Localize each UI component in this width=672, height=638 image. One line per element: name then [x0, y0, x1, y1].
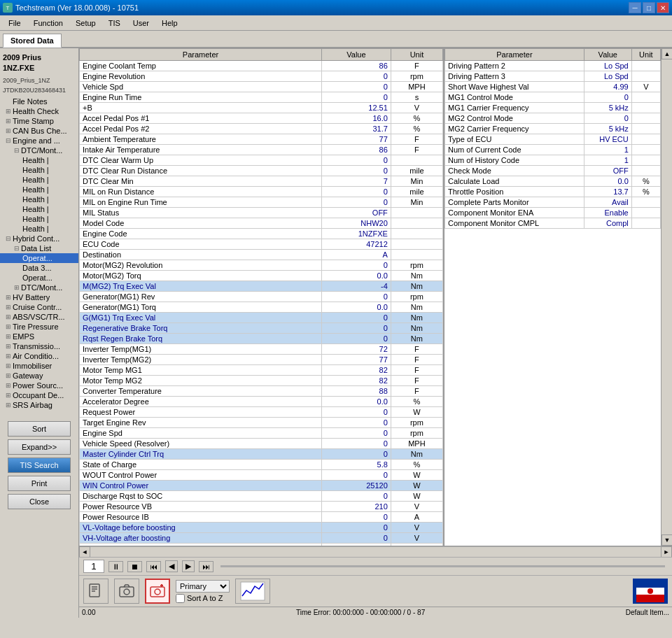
expand-icon: ⊟ [14, 245, 20, 252]
sidebar-item-data3[interactable]: Data 3... [0, 263, 78, 273]
sort-button[interactable]: Sort [8, 421, 71, 437]
sidebar-item-health-5[interactable]: Health | [0, 194, 78, 204]
value-cell: 0 [322, 491, 391, 502]
sidebar-item-health-2[interactable]: Health | [0, 165, 78, 175]
menu-function[interactable]: Function [28, 17, 69, 29]
value-cell: 0 [584, 113, 631, 124]
sidebar-item-engine[interactable]: ⊟ Engine and ... [0, 136, 78, 146]
sidebar-label: Engine and ... [13, 136, 60, 145]
value-cell: 0 [322, 82, 391, 92]
unit-cell: F [391, 145, 442, 155]
sidebar-item-occupant[interactable]: ⊞ Occupant De... [0, 390, 78, 400]
menu-tis[interactable]: TIS [103, 17, 126, 29]
sidebar-item-air-cond[interactable]: ⊞ Air Conditio... [0, 351, 78, 361]
chart-icon-button[interactable] [235, 579, 270, 604]
sidebar-item-abs[interactable]: ⊞ ABS/VSC/TR... [0, 312, 78, 322]
svg-point-15 [648, 588, 653, 594]
sort-primary-select[interactable]: Primary Secondary [176, 580, 230, 593]
table-row: Accelerator Degree0.0% [80, 397, 443, 407]
play-pause-button[interactable]: ⏸ [108, 561, 123, 572]
playback-slider[interactable] [220, 565, 665, 567]
camera-icon-button[interactable] [114, 579, 139, 604]
maximize-button[interactable]: □ [643, 2, 655, 13]
sidebar-item-health-4[interactable]: Health | [0, 185, 78, 194]
sidebar-item-data-list[interactable]: ⊟ Data List [0, 243, 78, 253]
sidebar-item-dtc-1[interactable]: ⊟ DTC/Mont... [0, 146, 78, 155]
menu-user[interactable]: User [127, 17, 155, 29]
menu-file[interactable]: File [3, 17, 27, 29]
unit-cell: W [391, 470, 442, 481]
tis-search-button[interactable]: TIS Search [8, 458, 71, 473]
sidebar-item-immobiliser[interactable]: ⊞ Immobiliser [0, 361, 78, 371]
value-cell: Lo Spd [584, 61, 631, 71]
frame-back-button[interactable]: ⏮ [146, 561, 161, 572]
unit-cell: rpm [391, 71, 442, 82]
stop-button[interactable]: ⏹ [127, 561, 142, 572]
h-scroll-track[interactable] [90, 546, 661, 557]
expand-button[interactable]: Expand>> [8, 439, 71, 455]
close-button[interactable]: Close [8, 494, 71, 509]
minimize-button[interactable]: ─ [629, 2, 641, 13]
param-cell: MG1 Carrier Frequency [445, 103, 584, 113]
table-row: Intake Air Temperature86F [80, 145, 443, 155]
sidebar-item-emps[interactable]: ⊞ EMPS [0, 332, 78, 341]
close-window-button[interactable]: ✕ [657, 2, 669, 13]
print-button[interactable]: Print [8, 476, 71, 491]
sidebar-item-transmission[interactable]: ⊞ Transmissio... [0, 341, 78, 351]
value-cell: -4 [322, 281, 391, 292]
sidebar-item-health-7[interactable]: Health | [0, 214, 78, 224]
sidebar-item-time-stamp[interactable]: ⊞ Time Stamp [0, 116, 78, 126]
table-row: Vehicle Speed (Resolver)0MPH [80, 439, 443, 449]
sidebar-item-can-bus[interactable]: ⊞ CAN Bus Che... [0, 126, 78, 136]
frame-prev-button[interactable]: ◀ [165, 560, 178, 572]
document-icon-button[interactable] [83, 579, 108, 604]
sidebar-item-health-6[interactable]: Health | [0, 204, 78, 214]
frame-end-button[interactable]: ⏭ [199, 561, 214, 572]
frame-next-button[interactable]: ▶ [182, 560, 195, 572]
unit-cell: Min [391, 197, 442, 208]
sidebar-item-health-1[interactable]: Health | [0, 155, 78, 165]
table-row: Power Resource VB210V [80, 502, 443, 512]
sidebar-item-health-3[interactable]: Health | [0, 175, 78, 185]
frame-number-input[interactable] [83, 560, 104, 573]
sidebar-item-tire[interactable]: ⊞ Tire Pressure [0, 322, 78, 332]
scroll-left-button[interactable]: ◄ [79, 546, 90, 558]
vertical-scrollbar[interactable]: ▲ ▼ [661, 48, 672, 546]
unit-cell: mile [391, 166, 442, 176]
flag-icon-area[interactable] [633, 579, 668, 604]
value-cell: 12.51 [322, 103, 391, 113]
unit-cell: % [391, 124, 442, 134]
horizontal-scrollbar[interactable]: ◄ ► [79, 546, 672, 557]
sidebar-item-health-8[interactable]: Health | [0, 224, 78, 234]
scroll-up-button[interactable]: ▲ [662, 48, 672, 59]
sidebar-item-hybrid[interactable]: ⊟ Hybrid Cont... [0, 234, 78, 243]
sidebar-item-cruise[interactable]: ⊞ Cruise Contr... [0, 302, 78, 312]
sidebar-item-file-notes[interactable]: File Notes [0, 97, 78, 106]
sidebar-item-operat-1[interactable]: Operat... [0, 253, 78, 263]
sort-az-checkbox-label[interactable]: Sort A to Z [176, 594, 230, 603]
sidebar-item-srs[interactable]: ⊞ SRS Airbag [0, 400, 78, 410]
sidebar-item-hv-battery[interactable]: ⊞ HV Battery [0, 292, 78, 302]
sidebar-item-health-check[interactable]: ⊞ Health Check [0, 106, 78, 116]
sidebar-item-gateway[interactable]: ⊞ Gateway [0, 371, 78, 381]
sort-az-checkbox[interactable] [176, 594, 185, 603]
unit-cell [631, 92, 660, 103]
snapshot-icon-button[interactable] [145, 579, 170, 604]
sidebar-item-operat-2[interactable]: Operat... [0, 273, 78, 283]
value-cell: 210 [322, 502, 391, 512]
scroll-thumb[interactable] [662, 59, 672, 534]
param-cell: Model Code [80, 218, 322, 229]
tab-stored-data[interactable]: Stored Data [3, 34, 62, 48]
sidebar-item-power-source[interactable]: ⊞ Power Sourc... [0, 381, 78, 390]
expand-icon: ⊞ [6, 304, 11, 311]
scroll-right-button[interactable]: ► [661, 546, 672, 558]
param-cell: Type of ECU [445, 134, 584, 145]
unit-cell [631, 218, 660, 229]
menu-setup[interactable]: Setup [70, 17, 102, 29]
sidebar-label: Cruise Contr... [13, 303, 62, 311]
sidebar-item-dtc-2[interactable]: ⊞ DTC/Mont... [0, 283, 78, 292]
menu-help[interactable]: Help [156, 17, 183, 29]
scroll-down-button[interactable]: ▼ [662, 534, 672, 546]
table-row: DTC Clear Min7Min [80, 176, 443, 187]
sidebar-label: Health | [22, 166, 49, 174]
